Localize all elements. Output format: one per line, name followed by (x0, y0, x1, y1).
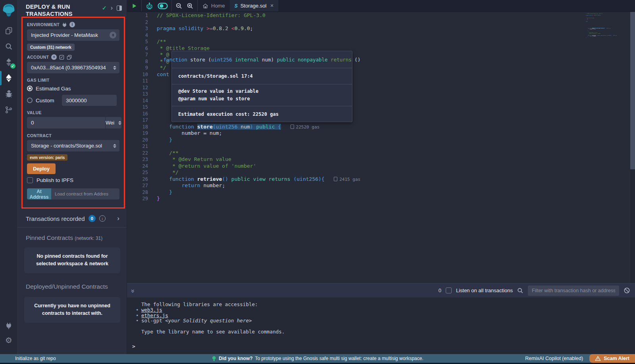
panel-title: DEPLOY & RUN TRANSACTIONS (26, 3, 93, 17)
tab-storage-sol[interactable]: S Storage.sol ✕ (230, 0, 279, 11)
settings-icon[interactable]: ⚙ (5, 336, 12, 345)
git-init-button[interactable]: Initialize as git repo (15, 356, 56, 361)
publish-ipfs-label: Publish to IPFS (37, 177, 73, 183)
deploy-run-panel: DEPLOY & RUN TRANSACTIONS ✓ › ENVIRONMEN… (18, 0, 127, 354)
tab-home[interactable]: Home (198, 0, 230, 11)
network-badge: Custom (31) network (27, 44, 75, 51)
account-label: ACCOUNT (27, 55, 49, 59)
terminal-link[interactable]: web3.js (141, 307, 162, 313)
terminal-search-icon (517, 287, 523, 294)
custom-gas-radio[interactable] (27, 98, 33, 103)
copilot-status[interactable]: RemixAI Copilot (enabled) (525, 356, 583, 361)
pinned-empty-state: No pinned contracts found for selected w… (24, 247, 120, 273)
status-bar: Initialize as git repo Did you know? To … (0, 354, 635, 363)
deploy-run-icon[interactable] (0, 70, 18, 86)
solidity-compiler-icon[interactable]: ✓ (0, 54, 18, 70)
estimated-gas-label: Estimated Gas (36, 86, 71, 92)
highlight-red-box: ENVIRONMENT i Injected Provider - MetaMa… (21, 17, 125, 209)
run-script-button[interactable] (131, 2, 138, 10)
custom-gas-input[interactable] (62, 95, 117, 106)
terminal-output: The following libraries are accessible:•… (127, 297, 635, 354)
search-icon[interactable] (0, 38, 18, 54)
zoom-in-button[interactable] (187, 2, 194, 10)
deployed-contracts-title: Deployed/Unpinned Contracts (26, 283, 108, 290)
editor-region: Home S Storage.sol ✕ 1234567891011121314… (127, 0, 635, 283)
ai-copilot-robot-icon[interactable] (145, 2, 154, 10)
copilot-toggle[interactable] (158, 2, 168, 10)
value-label: VALUE (27, 110, 42, 115)
transactions-expand-icon[interactable]: › (117, 215, 119, 222)
environment-select[interactable]: Injected Provider - MetaMask (27, 29, 119, 41)
remix-ide-window: ✓ (0, 0, 635, 364)
transactions-info-icon[interactable]: i (99, 215, 106, 222)
listen-all-transactions-checkbox[interactable] (446, 287, 452, 293)
edit-account-icon[interactable] (59, 55, 64, 60)
gas-limit-label: GAS LIMIT (27, 78, 50, 82)
zoom-out-button[interactable] (175, 2, 183, 10)
environment-label: ENVIRONMENT (27, 22, 60, 27)
deployed-empty-state: Currently you have no unpinned contracts… (24, 297, 120, 323)
terminal-prompt[interactable]: > (132, 343, 135, 349)
select-arrows-icon (113, 66, 116, 70)
compile-success-badge: ✓ (10, 63, 15, 69)
panel-divider (18, 227, 127, 228)
at-address-input[interactable] (51, 188, 119, 199)
transactions-count-badge: 0 (89, 215, 96, 222)
git-icon[interactable] (0, 102, 18, 118)
pinned-contracts-title: Pinned Contracts (26, 234, 75, 241)
custom-gas-label: Custom (36, 98, 62, 103)
forward-chevron-icon[interactable]: › (111, 5, 113, 11)
value-input[interactable] (27, 117, 105, 128)
scam-alert-button[interactable]: Scam Alert (589, 354, 635, 363)
deploy-button[interactable]: Deploy (27, 163, 56, 174)
copy-account-icon[interactable] (67, 55, 72, 60)
line-number-gutter: 1234567891011121314151617181920212223242… (127, 12, 152, 202)
transaction-filter-input[interactable] (528, 285, 619, 296)
terminal: » 0 Listen on all transactions The follo… (127, 283, 635, 354)
plug-icon (62, 22, 67, 27)
tip-text: To prototype using the Gnosis safe multi… (255, 356, 423, 361)
select-arrows-icon (118, 121, 121, 125)
clear-console-icon[interactable] (623, 287, 630, 294)
editor-tabbar: Home S Storage.sol ✕ (127, 0, 635, 12)
terminal-link[interactable]: ethers.js (141, 312, 168, 318)
warning-icon (595, 356, 601, 361)
add-account-icon[interactable]: + (51, 54, 57, 60)
tooltip-signature: function store (uint256 internal num) pu… (172, 51, 352, 68)
tooltip-gas-estimate: Estimated execution cost: 22520 gas (172, 106, 352, 122)
account-select[interactable]: 0xA03...85ac4 (0.398673504934 (27, 62, 119, 73)
icon-rail: ✓ (0, 0, 18, 354)
terminal-toolbar: » 0 Listen on all transactions (127, 283, 635, 297)
terminal-collapse-icon[interactable]: » (129, 289, 137, 292)
terminal-tx-count: 0 (439, 287, 441, 293)
plugin-manager-icon[interactable] (5, 322, 13, 330)
tooltip-doc: @dev Store value in variable @param num … (172, 84, 352, 106)
lightbulb-icon (212, 356, 216, 362)
scrollbar-thumb[interactable] (630, 12, 635, 169)
close-tab-icon[interactable]: ✕ (270, 3, 273, 8)
at-address-button[interactable]: At Address (27, 188, 51, 199)
editor-scrollbar (630, 12, 635, 283)
publish-ipfs-checkbox[interactable] (27, 177, 33, 183)
solidity-file-icon: S (235, 3, 238, 9)
value-unit-select[interactable]: Wei (105, 117, 121, 128)
remix-logo[interactable] (1, 2, 16, 19)
evm-version-badge: evm version: paris (27, 154, 67, 161)
editor-minimap[interactable]: // SPDX-License-Identifier: GPL-3.0pragm… (586, 13, 618, 38)
did-you-know-tip: Did you know? To prototype using the Gno… (212, 356, 423, 362)
listen-all-transactions-label: Listen on all transactions (456, 287, 513, 293)
file-explorer-icon[interactable] (0, 23, 18, 38)
pin-panel-icon[interactable] (117, 6, 122, 11)
home-icon (202, 3, 208, 9)
compiled-check-icon: ✓ (102, 5, 107, 11)
environment-info-icon[interactable]: i (69, 22, 75, 27)
estimated-gas-radio[interactable] (27, 86, 33, 91)
select-arrows-icon (110, 32, 116, 38)
hover-tooltip: function store (uint256 internal num) pu… (171, 51, 352, 122)
debugger-icon[interactable] (0, 86, 18, 102)
contract-select[interactable]: Storage - contracts/Storage.sol (27, 140, 119, 151)
pinned-network-suffix: (network: 31) (75, 236, 102, 241)
select-arrows-icon (113, 144, 116, 148)
contract-label: CONTRACT (27, 133, 52, 138)
tip-bold-text: Did you know? (219, 356, 252, 361)
